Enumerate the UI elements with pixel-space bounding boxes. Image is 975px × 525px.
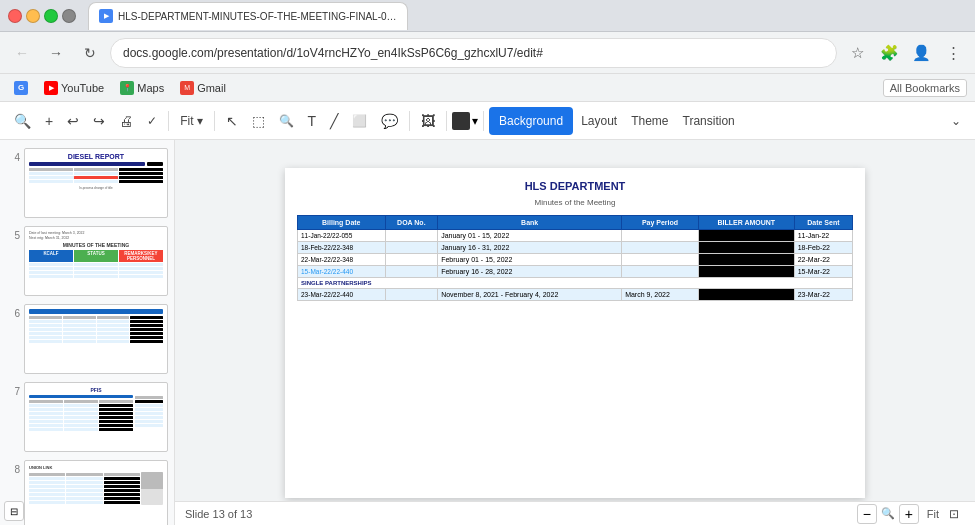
youtube-label: YouTube bbox=[61, 82, 104, 94]
profile-button[interactable]: 👤 bbox=[907, 39, 935, 67]
print-button[interactable]: 🖨 bbox=[113, 107, 139, 135]
table-row: 23-Mar-22/22-440 November 8, 2021 - Febr… bbox=[298, 288, 853, 300]
table-cell: 11-Jan-22/22-055 bbox=[298, 229, 386, 241]
forward-button[interactable]: → bbox=[42, 39, 70, 67]
col-header-date: Billing Date bbox=[298, 215, 386, 229]
active-tab[interactable]: ▶ HLS-DEPARTMENT-MINUTES-OF-THE-MEETING-… bbox=[88, 2, 408, 30]
all-bookmarks[interactable]: All Bookmarks bbox=[883, 82, 967, 94]
more-toolbar-button[interactable]: ⌄ bbox=[945, 107, 967, 135]
table-cell bbox=[622, 241, 699, 253]
table-row: 15-Mar-22/22-440 February 16 - 28, 2022 … bbox=[298, 265, 853, 277]
restore-button[interactable] bbox=[62, 9, 76, 23]
slide-entry-8[interactable]: 8 UNION LINK bbox=[6, 460, 168, 525]
line-tool-button[interactable]: ╱ bbox=[324, 107, 344, 135]
color-dropdown[interactable]: ▾ bbox=[452, 112, 478, 130]
google-icon: G bbox=[14, 81, 28, 95]
bookmark-google[interactable]: G bbox=[8, 79, 34, 97]
table-cell-blocked bbox=[698, 288, 794, 300]
address-icons: ☆ 🧩 👤 ⋮ bbox=[843, 39, 967, 67]
minimize-button[interactable] bbox=[26, 9, 40, 23]
shape-tool-button[interactable]: ⬜ bbox=[346, 107, 373, 135]
table-cell-blocked bbox=[698, 229, 794, 241]
slide-inner-4: DIESEL REPORT In-process change of title bbox=[25, 149, 167, 194]
slide-thumb-4[interactable]: DIESEL REPORT In-process change of title bbox=[24, 148, 168, 218]
plus-toolbar-button[interactable]: + bbox=[39, 107, 59, 135]
zoom-out-button[interactable]: − bbox=[857, 504, 877, 524]
table-cell bbox=[622, 253, 699, 265]
browser-extension-button[interactable]: 🧩 bbox=[875, 39, 903, 67]
layout-button[interactable]: Layout bbox=[575, 107, 623, 135]
table-cell: January 16 - 31, 2022 bbox=[438, 241, 622, 253]
slide-thumb-7[interactable]: PFIS bbox=[24, 382, 168, 452]
zoom-controls: − 🔍 + Fit ⊡ bbox=[857, 500, 965, 526]
background-button[interactable]: Background bbox=[489, 107, 573, 135]
status-header-cell: STATUS bbox=[74, 250, 118, 262]
zoom-out-toolbar-button[interactable]: 🔍 bbox=[8, 107, 37, 135]
presenter-button[interactable]: ⊡ bbox=[943, 500, 965, 526]
theme-button[interactable]: Theme bbox=[625, 107, 674, 135]
slide-canvas[interactable]: HLS DEPARTMENT Minutes of the Meeting Bi… bbox=[285, 168, 865, 498]
table-cell: 23-Mar-22/22-440 bbox=[298, 288, 386, 300]
image-button[interactable]: 🖼 bbox=[415, 107, 441, 135]
undo-button[interactable]: ↩ bbox=[61, 107, 85, 135]
cursor-tool-button[interactable]: ↖ bbox=[220, 107, 244, 135]
more-options-button[interactable]: ⋮ bbox=[939, 39, 967, 67]
zoom-label: Fit bbox=[180, 114, 193, 128]
notes-toggle-button[interactable]: ⊟ bbox=[4, 501, 24, 521]
back-button[interactable]: ← bbox=[8, 39, 36, 67]
reload-button[interactable]: ↻ bbox=[76, 39, 104, 67]
comment-tool-button[interactable]: 💬 bbox=[375, 107, 404, 135]
table-cell-blocked bbox=[698, 265, 794, 277]
text-tool-button[interactable]: T bbox=[302, 107, 323, 135]
color-square-icon bbox=[452, 112, 470, 130]
bookmark-star-button[interactable]: ☆ bbox=[843, 39, 871, 67]
table-cell bbox=[385, 288, 438, 300]
remarks-header: REMARKS/KEY PERSONNEL bbox=[119, 250, 163, 262]
zoom-select-button[interactable]: Fit ▾ bbox=[174, 107, 208, 135]
main-table: Billing Date DOA No. Bank Pay Period BIL… bbox=[297, 215, 853, 301]
zoom-chevron-icon: ▾ bbox=[197, 114, 203, 128]
slide-thumb-8[interactable]: UNION LINK bbox=[24, 460, 168, 525]
slide-entry-4[interactable]: 4 DIESEL REPORT In-process change of tit… bbox=[6, 148, 168, 218]
section-header-single: SINGLE PARTNERSHIPS bbox=[298, 277, 853, 288]
table-cell bbox=[385, 253, 438, 265]
redo-button[interactable]: ↪ bbox=[87, 107, 111, 135]
slide-entry-7[interactable]: 7 PFIS bbox=[6, 382, 168, 452]
table-cell: 11-Jan-22 bbox=[794, 229, 852, 241]
zoom-in-button[interactable]: + bbox=[899, 504, 919, 524]
table-cell-blocked bbox=[698, 253, 794, 265]
col-header-period: Pay Period bbox=[622, 215, 699, 229]
slide-thumb-6[interactable] bbox=[24, 304, 168, 374]
slide-entry-5[interactable]: 5 Date of last meeting: March 3, 2022 Ne… bbox=[6, 226, 168, 296]
slide-thumb-row: 4 DIESEL REPORT In-process change of tit… bbox=[6, 148, 168, 525]
bookmark-gmail[interactable]: M Gmail bbox=[174, 79, 232, 97]
table-cell: 23-Mar-22 bbox=[794, 288, 852, 300]
slide-thumb-5[interactable]: Date of last meeting: March 3, 2022 Next… bbox=[24, 226, 168, 296]
zoom-tool-button[interactable]: 🔍 bbox=[273, 107, 300, 135]
toolbar-sep-5 bbox=[483, 111, 484, 131]
table-cell: 15-Mar-22/22-440 bbox=[298, 265, 386, 277]
editor-area: HLS DEPARTMENT Minutes of the Meeting Bi… bbox=[175, 140, 975, 525]
select-tool-button[interactable]: ⬚ bbox=[246, 107, 271, 135]
current-slide-content: HLS DEPARTMENT Minutes of the Meeting Bi… bbox=[285, 168, 865, 498]
bookmark-maps[interactable]: 📍 Maps bbox=[114, 79, 170, 97]
address-input[interactable] bbox=[110, 38, 837, 68]
maximize-button[interactable] bbox=[44, 9, 58, 23]
toolbar-sep-1 bbox=[168, 111, 169, 131]
zoom-icon: 🔍 bbox=[881, 507, 895, 520]
slide-inner-8: UNION LINK bbox=[25, 461, 167, 509]
table-cell: November 8, 2021 - February 4, 2022 bbox=[438, 288, 622, 300]
maps-label: Maps bbox=[137, 82, 164, 94]
slides-panel[interactable]: 4 DIESEL REPORT In-process change of tit… bbox=[0, 140, 175, 525]
slide-number-8: 8 bbox=[6, 464, 20, 475]
slide-entry-6[interactable]: 6 bbox=[6, 304, 168, 374]
zoom-level-label: Fit bbox=[927, 508, 939, 520]
slide-inner-6 bbox=[25, 305, 167, 348]
table-cell: 18-Feb-22/22-348 bbox=[298, 241, 386, 253]
transition-button[interactable]: Transition bbox=[677, 107, 741, 135]
bookmark-youtube[interactable]: ▶ YouTube bbox=[38, 79, 110, 97]
table-cell bbox=[385, 265, 438, 277]
transition-label: Transition bbox=[683, 114, 735, 128]
close-button[interactable] bbox=[8, 9, 22, 23]
spell-check-button[interactable]: ✓ bbox=[141, 107, 163, 135]
